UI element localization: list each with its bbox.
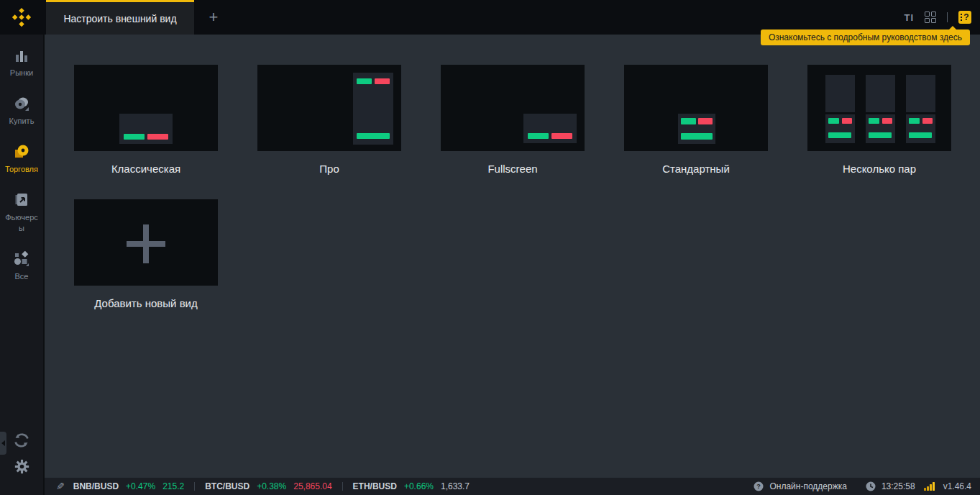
icon-separator xyxy=(947,12,948,22)
pair-change: +0.38% xyxy=(257,481,286,491)
layout-grid-icon[interactable] xyxy=(925,12,936,23)
pair-symbol: ETH/BUSD xyxy=(353,481,397,491)
svg-text:?: ? xyxy=(757,483,761,490)
preview-bar-red xyxy=(147,134,168,140)
preview-bar-red xyxy=(842,118,853,124)
layout-card-label: Несколько пар xyxy=(807,163,951,175)
preview-panel xyxy=(119,114,173,144)
ticker-separator xyxy=(342,482,343,491)
preview-bar-green xyxy=(828,118,839,124)
sidebar-item-buy[interactable]: Купить xyxy=(1,96,42,127)
refresh-button[interactable] xyxy=(0,432,43,449)
help-circle-icon[interactable]: ? xyxy=(754,481,764,491)
sidebar-item-label: Рынки xyxy=(4,68,40,78)
plus-icon xyxy=(127,224,165,263)
add-new-layout-card[interactable] xyxy=(74,199,218,286)
pair-change: +0.47% xyxy=(126,481,155,491)
layout-gallery: Классическая Про xyxy=(45,35,980,478)
layout-card-standard[interactable] xyxy=(624,65,768,151)
futures-document-icon xyxy=(14,192,29,208)
preview-bar-green-wide xyxy=(909,132,932,138)
layout-card-classic[interactable] xyxy=(74,65,218,151)
status-bar: ✎ BNB/BUSD +0.47% 215.2 BTC/BUSD +0.38% … xyxy=(45,478,980,495)
text-size-icon[interactable]: Tl xyxy=(904,12,914,23)
preview-bar-red xyxy=(922,118,933,124)
preview-bar-red xyxy=(882,118,893,124)
sidebar-item-futures[interactable]: Фьючерсы xyxy=(1,192,42,234)
pair-symbol: BNB/BUSD xyxy=(73,481,119,491)
ticker-separator xyxy=(194,482,195,491)
preview-bar-red xyxy=(375,78,390,84)
preview-bar-green xyxy=(681,118,696,124)
binance-diamond-icon xyxy=(11,6,32,28)
preview-bar-green-wide xyxy=(828,132,851,138)
pair-price: 1,633.7 xyxy=(441,481,470,491)
layout-card-pro[interactable] xyxy=(257,65,401,151)
binance-app-window: Настроить внешний вид + Tl ? Ознакомьтес… xyxy=(0,0,980,495)
preview-bar-green-wide xyxy=(357,133,390,139)
preview-bar-green-wide xyxy=(681,133,713,140)
sidebar-item-label: Фьючерсы xyxy=(4,212,40,234)
gear-icon xyxy=(14,459,29,474)
preview-bar-red xyxy=(698,118,713,124)
guide-book-icon[interactable]: ? xyxy=(958,11,971,24)
preview-panel xyxy=(678,114,715,144)
sidebar: Рынки Купить Торговля xyxy=(0,35,45,495)
shapes-icon xyxy=(14,251,29,267)
ticker-btc-busd[interactable]: BTC/BUSD +0.38% 25,865.04 xyxy=(205,481,331,491)
ticker-bnb-busd[interactable]: BNB/BUSD +0.47% 215.2 xyxy=(73,481,184,491)
online-support-link[interactable]: Онлайн-поддержка xyxy=(769,481,846,491)
preview-bar-red xyxy=(551,133,572,139)
preview-column xyxy=(825,75,855,143)
pair-symbol: BTC/BUSD xyxy=(205,481,249,491)
preview-bar-green xyxy=(909,118,920,124)
sidebar-item-label: Все xyxy=(4,271,40,282)
sidebar-item-label: Купить xyxy=(4,116,40,127)
pair-price: 215.2 xyxy=(162,481,184,491)
edit-pairs-icon[interactable]: ✎ xyxy=(56,481,65,492)
clock-icon xyxy=(866,481,876,491)
preview-column xyxy=(866,75,895,143)
guide-tooltip: Ознакомьтесь с подробным руководством зд… xyxy=(761,29,970,45)
preview-bar-green xyxy=(124,134,145,140)
binance-logo[interactable] xyxy=(0,0,43,35)
preview-panel xyxy=(523,114,577,143)
layout-card-label: Добавить новый вид xyxy=(74,297,218,309)
preview-bar-green xyxy=(357,78,372,84)
settings-button[interactable] xyxy=(0,459,43,474)
ticker-eth-busd[interactable]: ETH/BUSD +0.66% 1,633.7 xyxy=(353,481,470,491)
pair-change: +0.66% xyxy=(404,481,434,491)
pair-price: 25,865.04 xyxy=(293,481,331,491)
server-time: 13:25:58 xyxy=(881,481,915,491)
layout-card-label: Fullscreen xyxy=(441,163,585,175)
connection-signal-icon xyxy=(924,482,935,491)
coin-icon xyxy=(14,96,29,112)
sidebar-item-markets[interactable]: Рынки xyxy=(1,49,42,78)
sidebar-item-label: Торговля xyxy=(4,164,40,175)
add-tab-button[interactable]: + xyxy=(200,0,227,35)
layout-card-label: Классическая xyxy=(74,163,218,175)
coin-trade-icon-active xyxy=(14,144,29,160)
question-mark-glyph: ? xyxy=(963,12,968,22)
layout-card-label: Про xyxy=(257,163,401,175)
bar-chart-icon xyxy=(14,49,29,63)
preview-bar-green-wide xyxy=(869,132,892,138)
layout-card-label: Стандартный xyxy=(624,163,768,175)
layout-card-fullscreen[interactable] xyxy=(441,65,585,151)
preview-bar-green xyxy=(528,133,549,139)
app-version: v1.46.4 xyxy=(943,481,971,491)
sidebar-item-trading[interactable]: Торговля xyxy=(1,144,42,175)
preview-bar-green xyxy=(869,118,879,124)
preview-panel xyxy=(353,73,393,145)
preview-column xyxy=(906,75,935,143)
refresh-icon xyxy=(12,432,31,449)
layout-card-multi-pair[interactable] xyxy=(807,65,951,151)
tab-title: Настроить внешний вид xyxy=(63,13,176,24)
tab-customize-appearance[interactable]: Настроить внешний вид xyxy=(46,0,194,35)
sidebar-item-all[interactable]: Все xyxy=(1,251,42,282)
